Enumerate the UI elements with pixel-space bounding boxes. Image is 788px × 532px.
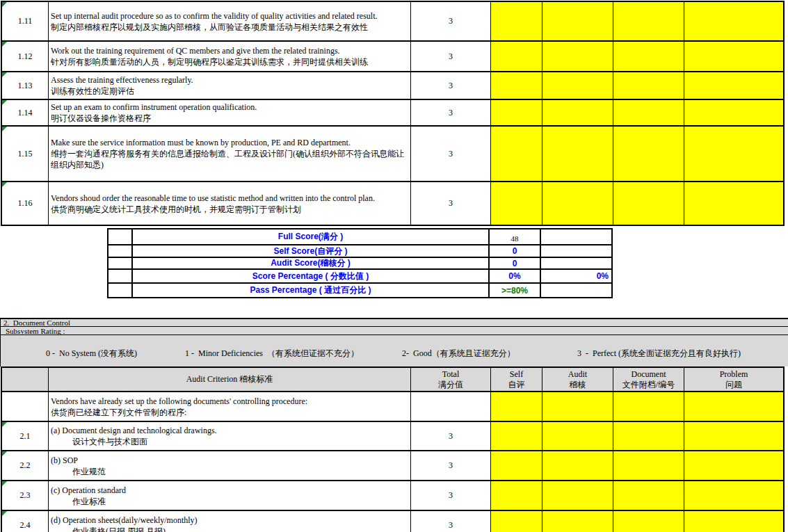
audit-score-cell[interactable]	[542, 42, 613, 71]
criterion-zh: 作业标准	[51, 496, 409, 507]
criterion-cell: Vendors shoud order the reasonable time …	[49, 182, 411, 225]
criterion-cell: Assess the training effectiveness regula…	[49, 72, 411, 99]
row-number: 1.12	[18, 51, 33, 62]
audit-score-value: 0	[490, 258, 541, 268]
total-score-cell: 3	[411, 72, 491, 99]
criterion-en: Vendors have already set up the followin…	[51, 396, 409, 407]
row-number-cell: 1.12	[2, 42, 49, 71]
document-cell[interactable]	[613, 451, 684, 480]
self-score-cell[interactable]	[491, 182, 542, 225]
row-number-cell	[2, 392, 49, 421]
total-score-cell: 3	[411, 100, 491, 125]
document-cell[interactable]	[613, 100, 684, 125]
audit-score-cell[interactable]	[542, 2, 613, 40]
score-summary-table: Full Score(满分 ) 48 Self Score(自评分 ) 0 Au…	[107, 228, 613, 298]
criterion-en: Set up internal audit procedure so as to…	[51, 10, 409, 22]
error-indicator-icon	[2, 481, 7, 486]
self-score-cell[interactable]	[491, 451, 542, 480]
total-score-cell: 3	[411, 182, 491, 225]
audit-score-cell[interactable]	[542, 481, 613, 510]
audit-score-cell[interactable]	[542, 422, 613, 450]
criterion-cell: Vendors have already set up the followin…	[49, 392, 411, 421]
criterion-cell: (d) Operation sheets(daily/weekly/monthl…	[49, 511, 411, 532]
criterion-cell: Set up internal audit procedure so as to…	[49, 2, 411, 40]
document-cell[interactable]	[613, 72, 684, 99]
problem-cell[interactable]	[684, 451, 783, 480]
self-score-cell[interactable]	[491, 127, 542, 181]
audit-score-cell[interactable]	[542, 511, 613, 532]
rating-scale-2: 2- Good（有系统且证据充分）	[402, 348, 515, 360]
document-cell[interactable]	[613, 481, 684, 510]
total-score-cell: 3	[411, 481, 491, 510]
audit-score-cell[interactable]	[542, 72, 613, 99]
header-self-cell: Self自评	[491, 368, 542, 391]
row-number: 2.4	[20, 520, 31, 531]
problem-cell[interactable]	[684, 392, 783, 421]
document-cell[interactable]	[613, 127, 684, 181]
full-score-value: 48	[490, 229, 541, 244]
total-score-cell: 3	[411, 127, 491, 181]
document-cell[interactable]	[613, 182, 684, 225]
header-corner-cell	[2, 368, 49, 391]
self-score-label: Self Score(自评分 )	[133, 245, 490, 257]
row-number-cell: 1.14	[2, 100, 49, 125]
row-number: 1.15	[18, 149, 33, 159]
error-indicator-icon	[2, 422, 7, 427]
document-cell[interactable]	[613, 392, 684, 421]
criterion-en: (c) Operation standard	[51, 485, 409, 496]
criterion-zh: 训练有效性的定期评估	[51, 86, 409, 97]
row-number: 1.16	[18, 198, 33, 209]
row-number-cell: 1.13	[2, 72, 49, 99]
error-indicator-icon	[2, 100, 7, 105]
table-row: 2.4 (d) Operation sheets(daily/weekly/mo…	[2, 511, 783, 532]
table-row: Vendors have already set up the followin…	[2, 392, 783, 422]
audit-score-cell[interactable]	[542, 127, 613, 181]
self-score-cell[interactable]	[491, 2, 542, 40]
self-score-cell[interactable]	[491, 422, 542, 450]
error-indicator-icon	[2, 72, 7, 77]
document-cell[interactable]	[613, 2, 684, 40]
problem-cell[interactable]	[684, 481, 783, 510]
pass-percentage-label: Pass Percentage ( 通过百分比 )	[133, 284, 490, 297]
problem-cell[interactable]	[684, 100, 783, 125]
problem-cell[interactable]	[684, 182, 783, 225]
criterion-zh: 作业规范	[51, 466, 409, 477]
self-score-cell[interactable]	[491, 100, 542, 125]
self-score-cell[interactable]	[491, 72, 542, 99]
subsystem-rating-label: Subsystem Rating :	[6, 327, 65, 335]
error-indicator-icon	[2, 182, 7, 187]
problem-cell[interactable]	[684, 2, 783, 40]
audit-score-cell[interactable]	[542, 182, 613, 225]
self-score-cell[interactable]	[491, 511, 542, 532]
problem-cell[interactable]	[684, 511, 783, 532]
row-number: 2.3	[20, 490, 31, 501]
audit-score-cell[interactable]	[542, 451, 613, 480]
row-number-cell: 2.1	[2, 422, 49, 450]
criterion-cell: (b) SOP作业规范	[49, 451, 411, 480]
document-cell[interactable]	[613, 422, 684, 450]
problem-cell[interactable]	[684, 42, 783, 71]
table-row: 1.11 Set up internal audit procedure so …	[2, 2, 783, 42]
self-score-cell[interactable]	[491, 392, 542, 421]
document-cell[interactable]	[613, 42, 684, 71]
audit-score-cell[interactable]	[542, 100, 613, 125]
criterion-en: (d) Operation sheets(daily/weekly/monthl…	[51, 515, 409, 526]
self-score-cell[interactable]	[491, 42, 542, 71]
problem-cell[interactable]	[684, 422, 783, 450]
document-cell[interactable]	[613, 511, 684, 532]
self-score-cell[interactable]	[491, 481, 542, 510]
subsystem-rating-bar: Subsystem Rating :	[0, 327, 788, 335]
total-score-cell: 3	[411, 422, 491, 450]
problem-cell[interactable]	[684, 72, 783, 99]
rating-scale-0: 0 - No System (没有系统)	[46, 348, 137, 360]
audit-score-cell[interactable]	[542, 392, 613, 421]
header-audit-cell: Audit稽核	[542, 368, 613, 391]
spacer-cell	[108, 258, 133, 268]
problem-cell[interactable]	[684, 127, 783, 181]
row-number: 2.1	[20, 431, 31, 442]
row-number-cell: 2.2	[2, 451, 49, 480]
summary-row-pass-percentage: Pass Percentage ( 通过百分比 ) >=80%	[108, 284, 611, 297]
criterion-en: Vendors shoud order the reasonable time …	[51, 193, 409, 204]
table-row: 1.13 Assess the training effectiveness r…	[2, 72, 783, 100]
total-score-cell: 3	[411, 42, 491, 71]
